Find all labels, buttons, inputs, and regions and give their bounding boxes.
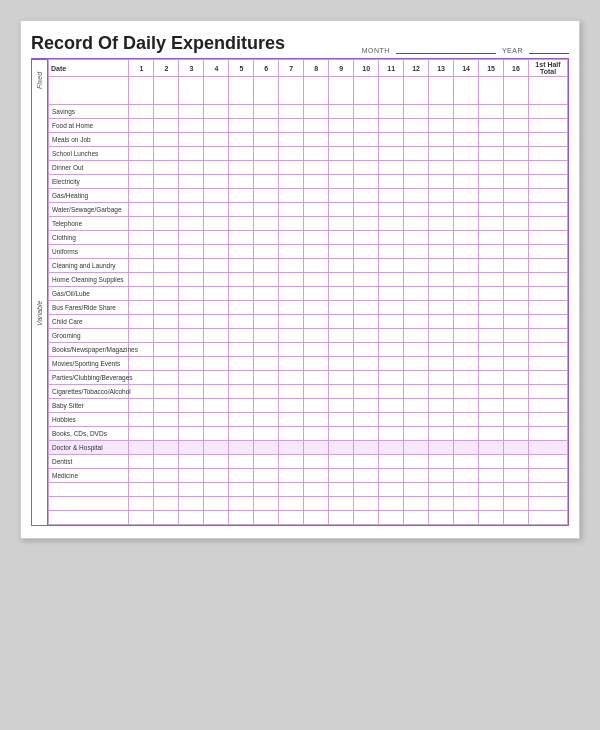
row-cell[interactable] [429,385,454,399]
row-cell[interactable] [429,455,454,469]
row-cell[interactable] [129,301,154,315]
row-cell[interactable] [354,161,379,175]
row-cell[interactable] [129,161,154,175]
row-cell[interactable] [404,399,429,413]
row-cell[interactable] [304,413,329,427]
row-cell[interactable] [329,427,354,441]
row-cell[interactable] [254,105,279,119]
row-cell[interactable] [454,329,479,343]
row-cell[interactable] [279,399,304,413]
row-cell[interactable] [479,483,504,497]
row-cell[interactable] [229,105,254,119]
row-cell[interactable] [454,273,479,287]
row-cell[interactable] [479,301,504,315]
row-cell[interactable] [429,147,454,161]
row-cell[interactable] [204,511,229,525]
row-cell[interactable] [229,329,254,343]
row-cell[interactable] [479,273,504,287]
row-cell[interactable] [279,105,304,119]
row-cell[interactable] [279,217,304,231]
row-cell[interactable] [379,287,404,301]
row-cell[interactable] [279,287,304,301]
row-cell[interactable] [429,469,454,483]
row-cell[interactable] [204,343,229,357]
row-cell[interactable] [454,119,479,133]
row-cell[interactable] [454,441,479,455]
row-cell[interactable] [179,469,204,483]
row-cell[interactable] [279,329,304,343]
row-cell[interactable] [329,147,354,161]
row-cell[interactable] [204,441,229,455]
row-cell[interactable] [129,273,154,287]
row-cell[interactable] [479,189,504,203]
row-cell[interactable] [229,287,254,301]
row-cell[interactable] [379,455,404,469]
row-cell[interactable] [204,427,229,441]
row-cell[interactable] [429,133,454,147]
row-cell[interactable] [504,259,529,273]
row-cell[interactable] [454,105,479,119]
row-cell[interactable] [429,119,454,133]
row-cell[interactable] [129,385,154,399]
row-cell[interactable] [454,497,479,511]
row-cell[interactable] [154,259,179,273]
row-cell[interactable] [479,343,504,357]
row-cell[interactable] [304,385,329,399]
row-cell[interactable] [504,357,529,371]
row-total[interactable] [528,161,567,175]
row-cell[interactable] [304,469,329,483]
row-cell[interactable] [404,217,429,231]
row-cell[interactable] [454,357,479,371]
row-cell[interactable] [254,189,279,203]
row-cell[interactable] [304,343,329,357]
row-cell[interactable] [504,427,529,441]
row-cell[interactable] [204,273,229,287]
row-cell[interactable] [129,357,154,371]
row-cell[interactable] [379,161,404,175]
row-cell[interactable] [379,399,404,413]
row-cell[interactable] [504,483,529,497]
row-cell[interactable] [354,77,379,105]
row-cell[interactable] [429,203,454,217]
row-cell[interactable] [229,301,254,315]
row-cell[interactable] [179,427,204,441]
row-cell[interactable] [354,329,379,343]
row-cell[interactable] [204,105,229,119]
row-cell[interactable] [179,175,204,189]
row-cell[interactable] [254,273,279,287]
row-cell[interactable] [254,413,279,427]
row-cell[interactable] [204,119,229,133]
row-cell[interactable] [254,217,279,231]
row-cell[interactable] [404,483,429,497]
row-cell[interactable] [304,203,329,217]
row-cell[interactable] [304,133,329,147]
row-cell[interactable] [404,413,429,427]
row-cell[interactable] [504,497,529,511]
row-cell[interactable] [354,203,379,217]
row-cell[interactable] [229,511,254,525]
row-total[interactable] [528,203,567,217]
row-cell[interactable] [204,147,229,161]
row-cell[interactable] [304,273,329,287]
row-total[interactable] [528,273,567,287]
row-total[interactable] [528,483,567,497]
row-cell[interactable] [279,371,304,385]
row-cell[interactable] [404,343,429,357]
row-cell[interactable] [279,413,304,427]
row-cell[interactable] [479,511,504,525]
row-cell[interactable] [254,371,279,385]
row-cell[interactable] [154,245,179,259]
row-cell[interactable] [329,413,354,427]
row-cell[interactable] [279,497,304,511]
row-cell[interactable] [204,231,229,245]
row-cell[interactable] [129,119,154,133]
row-cell[interactable] [504,105,529,119]
row-cell[interactable] [329,469,354,483]
row-cell[interactable] [204,371,229,385]
row-cell[interactable] [354,259,379,273]
row-cell[interactable] [204,161,229,175]
row-total[interactable] [528,357,567,371]
row-cell[interactable] [479,371,504,385]
row-cell[interactable] [354,231,379,245]
row-total[interactable] [528,287,567,301]
